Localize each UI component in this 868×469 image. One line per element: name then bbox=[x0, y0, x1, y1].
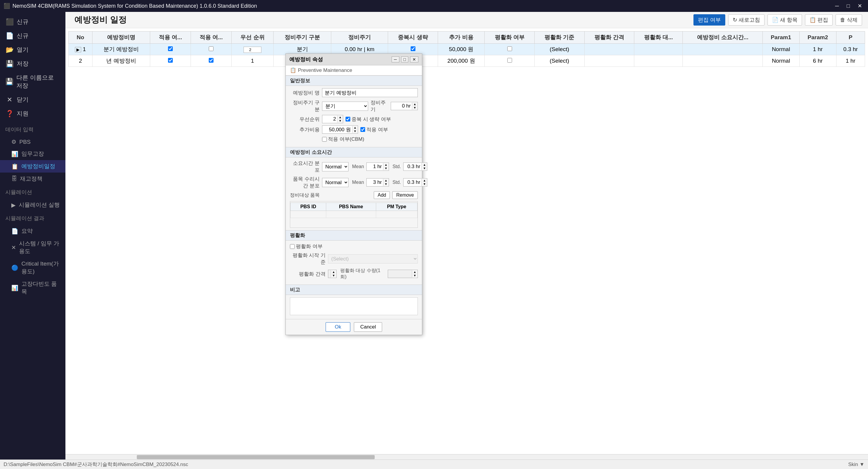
flatten-max-down[interactable]: ▼ bbox=[412, 274, 417, 277]
memo-textarea[interactable] bbox=[290, 297, 418, 315]
flatten-checkbox[interactable] bbox=[507, 46, 512, 51]
flatten-max-input[interactable] bbox=[388, 270, 412, 278]
duplicate-text: 중복 시 생략 여부 bbox=[351, 116, 391, 123]
apply-checkbox[interactable] bbox=[361, 127, 365, 132]
priority-input[interactable] bbox=[322, 115, 337, 123]
flatten-checkbox[interactable] bbox=[507, 58, 512, 63]
table-row[interactable]: 2 년 예방정비 1 달력시간 8,760.00 hr ... 200,000 … bbox=[69, 55, 865, 67]
repair-mean-input[interactable] bbox=[367, 178, 383, 186]
period-type-select[interactable]: 분기 bbox=[322, 102, 368, 111]
cell-priority[interactable] bbox=[231, 44, 273, 55]
apply2-checkbox[interactable] bbox=[209, 58, 214, 63]
extra-cost-down[interactable]: ▼ bbox=[352, 130, 358, 133]
minimize-button[interactable]: ─ bbox=[833, 2, 841, 10]
sidebar-item-critical[interactable]: 🔵 Critical Item(가용도) bbox=[0, 258, 65, 278]
extra-cost-input[interactable] bbox=[322, 126, 352, 133]
duplicate-checkbox[interactable] bbox=[345, 117, 350, 122]
expand-button[interactable]: ▶ bbox=[75, 47, 81, 52]
modal-minimize-button[interactable]: ─ bbox=[392, 57, 399, 62]
ok-button[interactable]: Ok bbox=[326, 322, 350, 332]
flatten-max-up[interactable]: ▲ bbox=[412, 270, 417, 274]
priority-down[interactable]: ▼ bbox=[338, 119, 343, 123]
sidebar-item-new[interactable]: 📄 신규 bbox=[0, 29, 65, 43]
sidebar-item-workorder[interactable]: 📊 임무고장 bbox=[0, 147, 65, 160]
sidebar-item-inventory[interactable]: 🗄 재고정책 bbox=[0, 173, 65, 185]
sidebar-item-open[interactable]: 📂 열기 bbox=[0, 43, 65, 57]
flatten-interval-up[interactable]: ▲ bbox=[331, 270, 336, 274]
target-table-area[interactable]: PBS ID PBS Name PM Type bbox=[290, 201, 418, 228]
cell-expand[interactable]: ▶ 1 bbox=[69, 44, 92, 55]
edit-toggle-button[interactable]: 편집 여부 bbox=[693, 14, 725, 26]
sidebar-item-failure-freq[interactable]: 📊 고장다빈도 품목 bbox=[0, 278, 65, 298]
add-item-button[interactable]: 📄 새 항목 bbox=[768, 14, 802, 26]
time-mean-input[interactable] bbox=[367, 163, 383, 170]
sidebar-item-save-as[interactable]: 💾 다른 이름으로 저장 bbox=[0, 71, 65, 93]
apply1-checkbox[interactable] bbox=[168, 58, 173, 63]
table-area[interactable]: No 예방정비명 적용 여... 적용 여... 우선 순위 정비주기 구분 정… bbox=[65, 28, 868, 454]
priority-spinbox[interactable] bbox=[244, 47, 261, 53]
extra-cost-up[interactable]: ▲ bbox=[352, 126, 358, 130]
close-button[interactable]: ✕ bbox=[855, 2, 864, 10]
apply-label[interactable]: 적용 여부 bbox=[361, 126, 388, 133]
cell-flatten-max bbox=[634, 55, 683, 67]
repair-std-input[interactable] bbox=[404, 178, 421, 186]
sidebar-item-pm-schedule[interactable]: 📋 예방정비일정 bbox=[0, 160, 65, 173]
horizontal-scrollbar[interactable] bbox=[65, 454, 868, 460]
flatten-check-label[interactable]: 평활화 여부 bbox=[290, 243, 323, 250]
time-std-input[interactable] bbox=[404, 163, 421, 170]
sidebar-item-sim-run[interactable]: ▶ 시뮬레이션 실행 bbox=[0, 199, 65, 211]
cell-apply2[interactable] bbox=[191, 44, 231, 55]
apply-cbm-checkbox[interactable] bbox=[322, 137, 327, 142]
period-input[interactable] bbox=[391, 102, 412, 110]
skin-button[interactable]: Skin ▼ bbox=[848, 462, 864, 468]
period-down[interactable]: ▼ bbox=[412, 106, 417, 110]
sidebar-item-summary[interactable]: 📄 요약 bbox=[0, 225, 65, 237]
table-row[interactable]: ▶ 1 분기 예방정비 분기 0.00 hr | km 50,000 원 (Se… bbox=[69, 44, 865, 55]
cell-apply2[interactable] bbox=[191, 55, 231, 67]
repair-dist-select[interactable]: Normal bbox=[322, 178, 348, 187]
period-up[interactable]: ▲ bbox=[412, 102, 417, 106]
repair-std-up[interactable]: ▲ bbox=[422, 179, 427, 182]
flatten-interval-input[interactable] bbox=[328, 270, 331, 278]
modal-restore-button[interactable]: □ bbox=[401, 57, 408, 62]
maximize-button[interactable]: □ bbox=[844, 2, 852, 10]
cell-flatten[interactable] bbox=[485, 55, 535, 67]
time-std-down[interactable]: ▼ bbox=[422, 167, 427, 170]
modal-close-button[interactable]: ✕ bbox=[410, 57, 418, 62]
repair-std-down[interactable]: ▼ bbox=[422, 182, 427, 186]
cell-apply1[interactable] bbox=[150, 44, 191, 55]
edit-button[interactable]: 📋 편집 bbox=[805, 14, 833, 26]
scrollbar-thumb[interactable] bbox=[137, 455, 375, 459]
target-remove-button[interactable]: Remove bbox=[392, 191, 418, 199]
cancel-button[interactable]: Cancel bbox=[354, 322, 382, 332]
sidebar-logo-label: 신규 bbox=[17, 18, 29, 26]
priority-up[interactable]: ▲ bbox=[338, 115, 343, 119]
flatten-basis-select[interactable]: (Select) bbox=[328, 254, 418, 264]
time-std-up[interactable]: ▲ bbox=[422, 163, 427, 167]
apply1-checkbox[interactable] bbox=[168, 46, 173, 51]
sidebar-item-close[interactable]: ✕ 닫기 bbox=[0, 93, 65, 107]
apply-cbm-label-wrap[interactable]: 적용 여부(CBM) bbox=[322, 136, 364, 142]
sidebar-item-pbs[interactable]: ⚙ PBS bbox=[0, 136, 65, 147]
delete-button[interactable]: 🗑 삭제 bbox=[836, 14, 862, 26]
time-dist-select[interactable]: Normal bbox=[322, 162, 348, 171]
apply2-checkbox[interactable] bbox=[209, 46, 214, 51]
cell-flatten[interactable] bbox=[485, 44, 535, 55]
flatten-interval-row: 평활화 간격 ▲ ▼ 평활화 대상 수량(1회) ▲ ▼ bbox=[290, 268, 418, 280]
cell-apply1[interactable] bbox=[150, 55, 191, 67]
refresh-button[interactable]: ↻ 새로고침 bbox=[728, 14, 765, 26]
refresh-icon: ↻ bbox=[733, 16, 737, 23]
time-mean-up[interactable]: ▲ bbox=[383, 163, 389, 167]
sidebar-item-support[interactable]: ❓ 지원 bbox=[0, 107, 65, 121]
repair-mean-down[interactable]: ▼ bbox=[383, 182, 389, 186]
target-add-button[interactable]: Add bbox=[374, 191, 390, 199]
duplicate-label[interactable]: 중복 시 생략 여부 bbox=[345, 116, 391, 123]
flatten-check-checkbox[interactable] bbox=[290, 244, 295, 249]
sidebar-item-save[interactable]: 💾 저장 bbox=[0, 57, 65, 71]
skip-dup-checkbox[interactable] bbox=[411, 46, 415, 51]
flatten-interval-down[interactable]: ▼ bbox=[331, 274, 336, 277]
repair-mean-up[interactable]: ▲ bbox=[383, 179, 389, 182]
pm-name-input[interactable] bbox=[322, 88, 418, 97]
time-mean-down[interactable]: ▼ bbox=[383, 167, 389, 170]
sidebar-item-availability[interactable]: ✕ 시스템 / 임무 가용도 bbox=[0, 237, 65, 258]
